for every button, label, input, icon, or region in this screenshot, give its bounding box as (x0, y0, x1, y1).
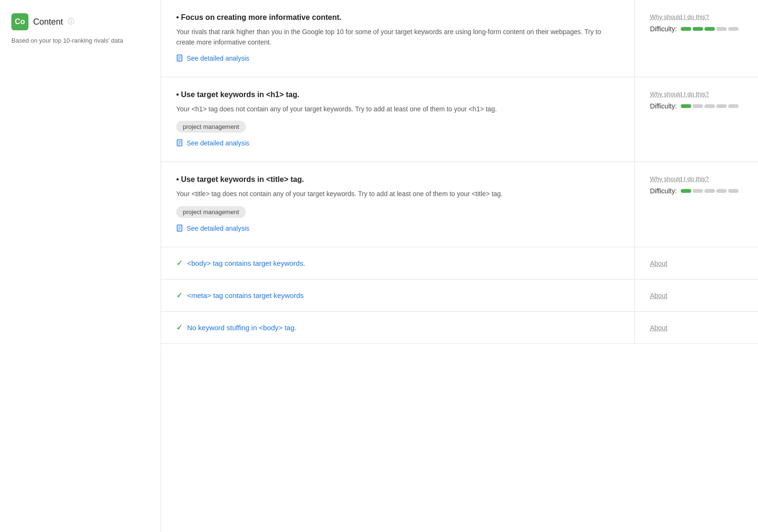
rec-body-3: • Use target keywords in <title> tag. Yo… (161, 162, 635, 246)
success-body-1: ✓ <body> tag contains target keywords. (161, 247, 635, 279)
diff-seg-3-4 (716, 189, 727, 193)
rec-side-1: Why should I do this? Difficulty: (635, 0, 758, 77)
check-icon-1: ✓ (176, 259, 182, 268)
see-analysis-link-1[interactable]: See detailed analysis (176, 54, 249, 62)
why-link-3[interactable]: Why should I do this? (650, 175, 743, 182)
diff-seg-2-1 (681, 104, 691, 108)
rec-description-3: Your <title> tag does not contain any of… (176, 189, 619, 199)
diff-seg-2-2 (693, 104, 703, 108)
keyword-tag-2: project management (176, 121, 246, 133)
rec-title-2: • Use target keywords in <h1> tag. (176, 90, 619, 99)
success-body-2: ✓ <meta> tag contains target keywords (161, 280, 635, 311)
rec-body-1: • Focus on creating more informative con… (161, 0, 635, 77)
difficulty-label-2: Difficulty: (650, 102, 677, 110)
success-body-3: ✓ No keyword stuffing in <body> tag. (161, 312, 635, 343)
why-link-2[interactable]: Why should I do this? (650, 90, 743, 98)
check-icon-3: ✓ (176, 323, 182, 332)
doc-icon-3 (176, 225, 184, 232)
see-analysis-link-2[interactable]: See detailed analysis (176, 139, 249, 147)
recommendation-row-2: • Use target keywords in <h1> tag. Your … (161, 77, 758, 162)
success-text-2: <meta> tag contains target keywords (187, 291, 304, 299)
diff-seg-3-3 (704, 189, 715, 193)
success-row-1: ✓ <body> tag contains target keywords. A… (161, 247, 758, 280)
sidebar-logo: Co (11, 13, 28, 30)
difficulty-bar-2 (681, 104, 739, 108)
about-link-3[interactable]: About (650, 324, 668, 332)
success-side-2: About (635, 280, 758, 311)
see-analysis-label-2: See detailed analysis (187, 139, 249, 147)
rec-title-1: • Focus on creating more informative con… (176, 13, 619, 22)
see-analysis-label-3: See detailed analysis (187, 225, 249, 232)
rec-description-1: Your rivals that rank higher than you in… (176, 27, 619, 48)
about-link-2[interactable]: About (650, 292, 668, 299)
rec-description-2: Your <h1> tag does not contain any of yo… (176, 104, 619, 114)
sidebar-subtitle: Based on your top 10-ranking rivals' dat… (11, 36, 149, 45)
sidebar: Co Content ⓘ Based on your top 10-rankin… (0, 0, 161, 532)
see-analysis-label-1: See detailed analysis (187, 54, 249, 62)
success-row-2: ✓ <meta> tag contains target keywords Ab… (161, 280, 758, 312)
see-analysis-link-3[interactable]: See detailed analysis (176, 225, 249, 232)
about-link-1[interactable]: About (650, 260, 668, 267)
diff-seg-1-5 (728, 27, 739, 31)
recommendation-row-1: • Focus on creating more informative con… (161, 0, 758, 77)
sidebar-title: Content (33, 17, 63, 27)
diff-seg-3-1 (681, 189, 691, 193)
difficulty-row-2: Difficulty: (650, 102, 743, 110)
diff-seg-3-5 (728, 189, 739, 193)
main-content: • Focus on creating more informative con… (161, 0, 758, 532)
diff-seg-2-4 (716, 104, 727, 108)
why-link-1[interactable]: Why should I do this? (650, 13, 743, 20)
rec-side-2: Why should I do this? Difficulty: (635, 77, 758, 162)
diff-seg-1-2 (693, 27, 703, 31)
diff-seg-1-4 (716, 27, 727, 31)
difficulty-label-3: Difficulty: (650, 187, 677, 195)
difficulty-bar-1 (681, 27, 739, 31)
success-row-3: ✓ No keyword stuffing in <body> tag. Abo… (161, 312, 758, 344)
success-text-3: No keyword stuffing in <body> tag. (187, 324, 297, 332)
check-icon-2: ✓ (176, 291, 182, 300)
difficulty-label-1: Difficulty: (650, 25, 677, 33)
success-text-1: <body> tag contains target keywords. (187, 259, 305, 267)
diff-seg-2-5 (728, 104, 739, 108)
page-container: Co Content ⓘ Based on your top 10-rankin… (0, 0, 758, 532)
doc-icon-2 (176, 139, 184, 147)
success-side-1: About (635, 248, 758, 279)
difficulty-row-3: Difficulty: (650, 187, 743, 195)
diff-seg-1-1 (681, 27, 691, 31)
info-icon[interactable]: ⓘ (68, 18, 74, 26)
difficulty-row-1: Difficulty: (650, 25, 743, 33)
doc-icon-1 (176, 54, 184, 62)
rec-body-2: • Use target keywords in <h1> tag. Your … (161, 77, 635, 162)
diff-seg-2-3 (704, 104, 715, 108)
sidebar-header: Co Content ⓘ (11, 13, 149, 30)
rec-side-3: Why should I do this? Difficulty: (635, 162, 758, 246)
difficulty-bar-3 (681, 189, 739, 193)
success-side-3: About (635, 312, 758, 343)
diff-seg-1-3 (704, 27, 715, 31)
diff-seg-3-2 (693, 189, 703, 193)
recommendation-row-3: • Use target keywords in <title> tag. Yo… (161, 162, 758, 247)
rec-title-3: • Use target keywords in <title> tag. (176, 175, 619, 184)
keyword-tag-3: project management (176, 206, 246, 218)
